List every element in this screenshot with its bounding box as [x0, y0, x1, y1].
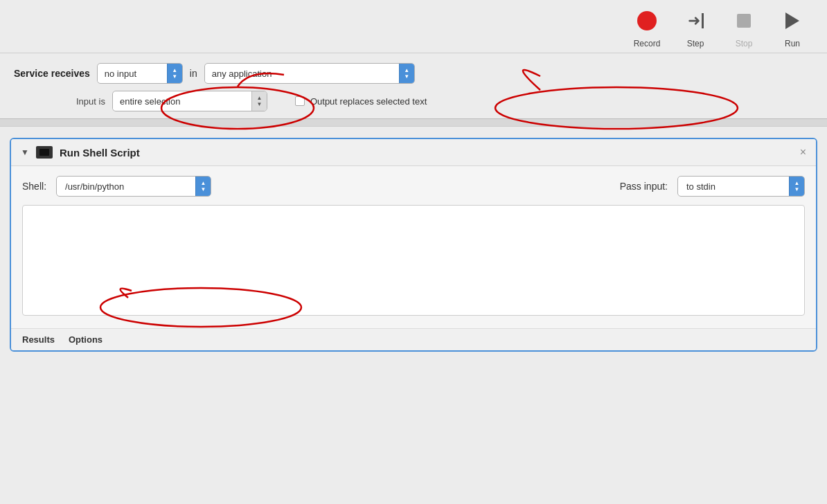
input-is-select[interactable]: entire selection ▲ ▼ [112, 91, 267, 111]
app-stepper[interactable]: ▲ ▼ [399, 64, 414, 83]
divider [0, 118, 827, 127]
shell-stepper[interactable]: ▲ ▼ [195, 177, 211, 196]
shell-script-card: ▼ Run Shell Script × Shell: /usr/bin/pyt… [10, 138, 817, 352]
close-icon[interactable]: × [800, 147, 806, 158]
stepper-down-icon: ▼ [172, 74, 177, 80]
step-label: Step [687, 39, 704, 48]
stepper-up-icon: ▲ [404, 68, 409, 73]
shell-label: Shell: [22, 181, 46, 192]
pass-input-label: Pass input: [620, 181, 668, 192]
stop-icon [729, 6, 759, 36]
card-header: ▼ Run Shell Script × [11, 139, 816, 166]
in-label: in [190, 68, 197, 79]
pass-input-value: to stdin [678, 179, 789, 195]
results-button[interactable]: Results [22, 334, 55, 345]
card-title: Run Shell Script [60, 147, 793, 159]
input-type-stepper[interactable]: ▲ ▼ [167, 64, 182, 83]
step-icon: ➜ [680, 6, 711, 36]
run-label: Run [785, 39, 800, 48]
input-is-value: entire selection [113, 93, 251, 109]
collapse-arrow-icon[interactable]: ▼ [21, 147, 29, 157]
input-is-stepper[interactable]: ▲ ▼ [251, 91, 267, 111]
output-replaces-checkbox[interactable] [295, 96, 305, 106]
stepper-up-icon: ▲ [256, 96, 262, 101]
run-icon [777, 6, 808, 36]
stepper-up-icon: ▲ [201, 181, 206, 186]
stop-button[interactable]: Stop [723, 6, 765, 48]
stepper-down-icon: ▼ [404, 74, 409, 80]
record-button[interactable]: Record [626, 6, 668, 48]
service-receives-label: Service receives [14, 68, 90, 79]
script-textarea[interactable] [22, 205, 805, 316]
pass-input-select[interactable]: to stdin ▲ ▼ [677, 176, 805, 197]
input-row: Input is entire selection ▲ ▼ Output rep… [0, 88, 827, 118]
shell-select[interactable]: /usr/bin/python ▲ ▼ [56, 176, 211, 197]
card-body: Shell: /usr/bin/python ▲ ▼ Pass input: t… [11, 166, 816, 328]
stop-label: Stop [736, 39, 753, 48]
card-footer: Results Options [11, 328, 816, 350]
record-icon [632, 6, 662, 36]
options-button[interactable]: Options [69, 334, 103, 345]
shell-row: Shell: /usr/bin/python ▲ ▼ Pass input: t… [22, 176, 805, 197]
stepper-up-icon: ▲ [794, 181, 800, 186]
input-is-label: Input is [76, 96, 105, 107]
input-type-value: no input [98, 66, 167, 82]
app-value: any application [205, 66, 399, 82]
app-select[interactable]: any application ▲ ▼ [204, 63, 415, 84]
record-label: Record [634, 39, 661, 48]
toolbar: Record ➜ Step Stop Run [0, 0, 827, 53]
output-replaces-label: Output replaces selected text [310, 96, 427, 107]
stepper-down-icon: ▼ [794, 187, 800, 192]
terminal-icon [36, 146, 53, 159]
input-type-select[interactable]: no input ▲ ▼ [97, 63, 183, 84]
step-button[interactable]: ➜ Step [675, 6, 716, 48]
service-bar: Service receives no input ▲ ▼ in any app… [0, 53, 827, 88]
pass-input-stepper[interactable]: ▲ ▼ [789, 177, 804, 196]
output-checkbox-area: Output replaces selected text [295, 96, 427, 107]
shell-value: /usr/bin/python [57, 179, 195, 195]
stepper-up-icon: ▲ [172, 68, 177, 73]
run-button[interactable]: Run [772, 6, 813, 48]
stepper-down-icon: ▼ [256, 102, 262, 107]
stepper-down-icon: ▼ [201, 187, 206, 192]
